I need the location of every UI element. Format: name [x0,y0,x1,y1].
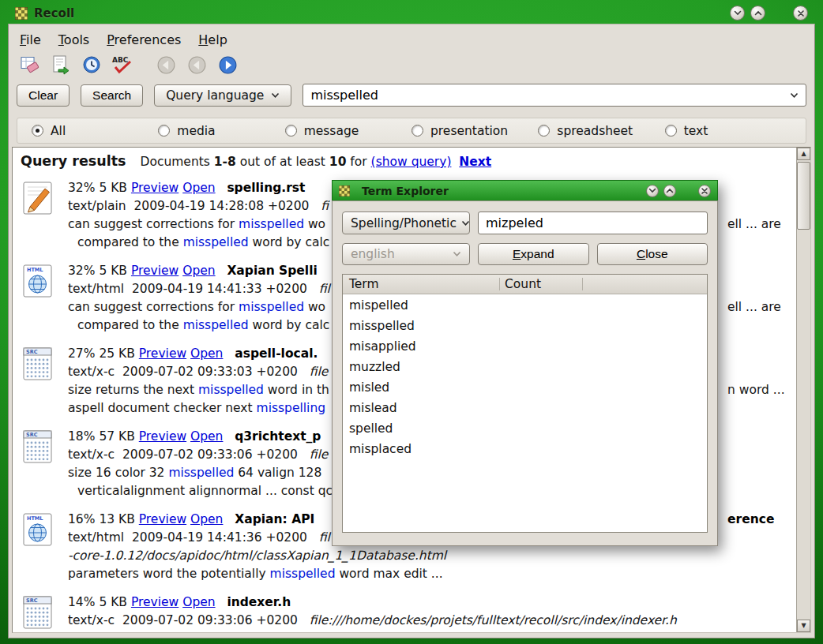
result-link[interactable]: Preview [131,595,179,609]
text-segment: compared to the [77,318,183,332]
maximize-button[interactable] [663,185,676,197]
term-row[interactable]: misspelled [343,316,707,336]
close-button[interactable] [698,185,711,197]
result-link[interactable]: Open [182,595,215,609]
text-file-icon [21,179,68,252]
filter-presentation[interactable]: presentation [412,124,538,138]
expand-button[interactable]: Expand [478,243,589,265]
term-row[interactable]: mislead [343,398,707,418]
previous-page-button[interactable] [185,53,209,77]
result-link[interactable]: Preview [139,512,186,526]
radio-label: media [177,124,215,138]
column-divider[interactable] [582,278,583,290]
minimize-button[interactable] [730,6,745,21]
menu-tools[interactable]: Tools [58,32,89,47]
result-link[interactable]: Preview [139,429,186,444]
window-title: Recoll [34,6,74,21]
text-segment: 16% 13 KB [68,512,139,526]
filter-spreadsheet[interactable]: spreadsheet [538,124,664,138]
text-segment: ell ... are [727,300,781,314]
term-row[interactable]: misled [343,377,707,398]
text-segment [216,595,227,609]
text-segment: text/plain 2009-04-19 14:28:08 +0200 [68,199,321,213]
query-language-combo[interactable]: Query language [154,84,291,107]
minimize-button[interactable] [646,185,659,197]
dialog-titlebar[interactable]: Term Explorer [332,180,718,200]
filter-message[interactable]: message [285,124,412,138]
search-row: Clear Search Query language [9,80,814,111]
result-line-fragment: n word ... [727,381,785,399]
result-link[interactable]: Next [459,155,491,169]
clear-button[interactable]: Clear [17,84,70,107]
result-link[interactable]: Open [190,429,223,444]
result-link[interactable]: Preview [139,346,186,361]
term-row[interactable]: misplaced [343,439,707,459]
count-column-header[interactable]: Count [505,275,541,294]
menu-file[interactable]: File [20,32,41,47]
doc-history-button[interactable] [80,53,103,77]
query-input[interactable] [310,88,790,103]
svg-text:SRC: SRC [26,349,38,355]
text-segment: text/x-c 2009-07-02 09:33:03 +0200 [68,365,310,379]
term-row[interactable]: muzzled [343,357,707,377]
document-export-button[interactable] [49,53,73,77]
result-text: 14% 5 KB Preview Open indexer.htext/x-c … [68,593,795,632]
text-segment [223,429,235,444]
result-link[interactable]: Open [190,512,223,526]
text-segment: erence [727,512,774,526]
result-link[interactable]: Open [182,264,215,278]
language-combo[interactable]: english [342,243,470,265]
text-segment: for [346,155,370,169]
text-segment: fi [321,199,329,213]
term-table-body: mispelledmisspelledmisappliedmuzzledmisl… [343,295,707,532]
term-row[interactable]: mispelled [343,295,707,316]
radio-icon [158,125,170,137]
results-scrollbar[interactable]: ▲ ▼ [796,148,810,632]
toolbar: ABC [9,52,814,80]
filter-text[interactable]: text [665,124,791,138]
filter-all[interactable]: All [32,124,158,138]
clear-search-button[interactable] [18,53,42,77]
chevron-down-icon [271,92,280,99]
filter-bar: Allmediamessagepresentationspreadsheette… [17,118,806,144]
text-segment: word max edit ... [336,567,443,581]
menu-help[interactable]: Help [198,32,227,47]
query-combobox[interactable] [303,84,806,107]
close-button[interactable]: Close [597,243,708,265]
column-divider[interactable] [499,278,500,290]
term-row[interactable]: misapplied [343,336,707,357]
term-table-header[interactable]: Term Count [343,275,707,294]
result-link[interactable]: (show query) [371,155,452,169]
result-link[interactable]: Open [182,181,215,195]
chevron-down-icon[interactable] [790,92,799,99]
term-explorer-button[interactable]: ABC [111,53,134,77]
scrollbar-thumb[interactable] [797,162,810,230]
dialog-body: Spelling/Phonetic english Expand Close T… [332,200,718,546]
radio-icon [412,125,423,137]
radio-icon [538,125,550,137]
result-link[interactable]: Open [190,346,223,361]
scrollbar-down-button[interactable]: ▼ [797,620,810,632]
close-button[interactable] [793,6,808,21]
search-button[interactable]: Search [81,84,143,107]
text-segment: word in th [264,383,329,397]
maximize-button[interactable] [750,6,765,21]
term-column-header[interactable]: Term [343,277,379,291]
result-link[interactable]: Preview [131,264,179,278]
text-segment: text/html 2009-04-19 14:41:33 +0200 [68,282,319,296]
window-titlebar[interactable]: Recoll [8,2,815,24]
menu-preferences[interactable]: Preferences [107,32,181,47]
result-link[interactable]: Preview [131,181,179,195]
first-page-button[interactable] [154,53,178,77]
next-page-button[interactable] [216,53,239,77]
term-input[interactable] [478,212,708,234]
term-cell: misplaced [349,442,412,456]
radio-icon [665,125,677,137]
term-row[interactable]: spelled [343,418,707,439]
scrollbar-up-button[interactable]: ▲ [797,148,810,160]
result-item: SRC14% 5 KB Preview Open indexer.htext/x… [21,593,795,632]
expansion-mode-combo[interactable]: Spelling/Phonetic [342,212,470,234]
text-segment: Xapian Spelli [227,264,317,278]
result-line: -core-1.0.12/docs/apidoc/html/classXapia… [68,547,795,565]
filter-media[interactable]: media [158,124,284,138]
